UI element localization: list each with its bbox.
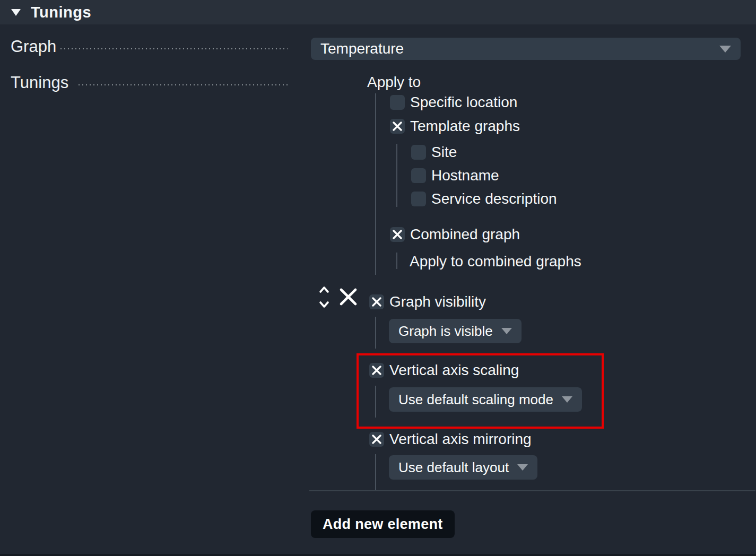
site-label: Site [431,145,457,160]
graph-visibility-label: Graph visibility [389,294,486,309]
row-combined-graph: Combined graph [390,227,520,242]
checkbox-specific-location[interactable] [390,95,405,110]
service-description-label: Service description [431,192,557,206]
chevron-down-icon [719,46,731,53]
section-title: Tunings [31,4,91,21]
indent-line [396,144,397,207]
chevron-down-icon [562,396,572,403]
graph-visibility-value: Graph is visible [398,323,493,340]
checkbox-hostname[interactable] [411,168,426,183]
collapse-icon [11,9,21,16]
row-specific-location: Specific location [390,95,517,110]
add-new-element-button[interactable]: Add new element [311,510,455,538]
hostname-label: Hostname [431,168,499,183]
checkbox-service-description[interactable] [411,192,426,206]
vertical-axis-scaling-label: Vertical axis scaling [389,363,519,378]
graph-select[interactable]: Temperature [311,38,741,60]
row-hostname: Hostname [411,168,499,183]
indent-line [375,454,376,491]
indent-line [396,253,397,269]
apply-to-title: Apply to [367,74,421,91]
check-x-icon [393,121,402,131]
delete-element-button[interactable] [338,287,358,307]
tunings-dotted-leader [79,84,288,85]
checkbox-site[interactable] [411,145,426,160]
checkbox-combined-graph[interactable] [390,227,405,242]
row-vertical-axis-mirroring: Vertical axis mirroring [369,432,532,447]
checkbox-template-graphs[interactable] [390,119,405,134]
vertical-axis-scaling-value: Use default scaling mode [398,392,553,408]
vertical-axis-mirroring-select[interactable]: Use default layout [389,455,537,480]
selected-graph-value: Temperature [320,40,404,57]
apply-to-combined-graphs-note: Apply to combined graphs [410,253,581,270]
graph-dotted-leader [60,48,288,49]
check-x-icon [372,435,381,444]
vertical-axis-mirroring-label: Vertical axis mirroring [389,432,532,447]
close-icon [338,287,358,307]
chevron-down-icon [501,328,512,334]
row-vertical-axis-scaling: Vertical axis scaling [369,363,519,378]
graph-visibility-select[interactable]: Graph is visible [389,319,522,343]
checkbox-graph-visibility[interactable] [369,294,384,309]
tunings-panel: Tunings Graph Tunings Temperature Apply … [0,0,756,556]
indent-line [375,317,376,349]
tunings-section-header[interactable]: Tunings [0,0,756,24]
template-graphs-label: Template graphs [410,119,520,134]
checkbox-vertical-axis-mirroring[interactable] [369,432,384,447]
chevron-down-icon [517,464,528,471]
check-x-icon [393,230,402,239]
separator [309,490,755,491]
vertical-axis-mirroring-value: Use default layout [398,459,509,476]
checkbox-vertical-axis-scaling[interactable] [369,363,384,378]
combined-graph-label: Combined graph [410,227,520,242]
tunings-field-label: Tunings [11,73,68,92]
specific-location-label: Specific location [410,95,517,110]
row-site: Site [411,145,457,160]
row-graph-visibility: Graph visibility [369,294,486,309]
row-service-description: Service description [411,192,557,206]
row-template-graphs: Template graphs [390,119,520,134]
up-down-chevrons-icon [318,285,330,309]
check-x-icon [372,366,381,375]
check-x-icon [372,297,381,307]
indent-line [375,93,376,275]
vertical-axis-scaling-select[interactable]: Use default scaling mode [389,387,582,412]
drag-handle[interactable] [318,285,330,309]
panel-bottom-edge [0,554,756,556]
graph-field-label: Graph [11,37,56,56]
indent-line [375,386,376,418]
